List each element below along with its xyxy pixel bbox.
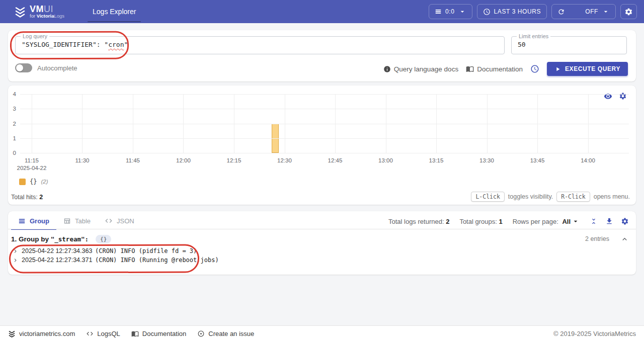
query-docs-label: Query language docs <box>394 65 458 73</box>
group-list-icon <box>18 217 26 225</box>
r-click-key: R-Click <box>556 192 590 202</box>
logo-tagline-bold: Victoria <box>37 13 54 19</box>
y-tick-label: 4 <box>13 91 16 97</box>
legend-hints: L-Click toggles visibility. R-Click open… <box>471 192 630 202</box>
x-tick-label: 13:45 <box>530 157 545 163</box>
group-header: 1. Group by "_stream": {} 2 entries <box>11 233 629 244</box>
limit-entries-input[interactable]: Limit entries 50 <box>511 36 627 54</box>
x-tick-label: 12:15 <box>227 157 242 163</box>
log-message: (CRON) INFO (pidfile fd = 3) <box>95 247 197 254</box>
x-tick-label: 11:30 <box>75 157 90 163</box>
time-range-button[interactable]: LAST 3 HOURS <box>477 4 547 19</box>
global-settings-button[interactable] <box>620 4 637 19</box>
expand-row-chevron-icon <box>12 257 19 264</box>
grid-line-horizontal <box>20 94 629 95</box>
tab-logs-explorer[interactable]: Logs Explorer <box>86 0 143 23</box>
victoriametrics-logo-icon <box>14 6 26 18</box>
logo-tagline-light: Logs <box>54 13 64 19</box>
footer-victoriametrics-link[interactable]: victoriametrics.com <box>8 330 75 337</box>
execute-query-button[interactable]: EXECUTE QUERY <box>547 62 628 76</box>
log-message: (CRON) INFO (Running @reboot jobs) <box>95 257 219 264</box>
app-footer: victoriametrics.com LogsQL Documentation… <box>0 325 644 341</box>
x-tick-label: 12:30 <box>277 157 292 163</box>
info-icon <box>383 65 391 73</box>
collapse-groups-icon[interactable] <box>590 217 598 225</box>
autorefresh-value: OFF <box>585 8 598 15</box>
query-panel: Log query "SYSLOG_IDENTIFIER": "cron" Li… <box>8 30 636 81</box>
documentation-label: Documentation <box>477 65 523 73</box>
y-tick-label: 2 <box>13 121 16 127</box>
y-tick-label: 0 <box>13 150 16 156</box>
autocomplete-toggle[interactable] <box>15 63 32 72</box>
tab-json[interactable]: JSON <box>98 213 141 228</box>
total-hits-value: 2 <box>39 194 43 201</box>
r-click-hint-text: opens menu. <box>594 193 630 200</box>
total-hits: Total hits: 2 <box>11 194 43 201</box>
grid-line-horizontal <box>20 124 629 124</box>
tab-group-label: Group <box>30 217 49 225</box>
results-settings-gear-icon[interactable] <box>621 217 629 225</box>
time-range-label: LAST 3 HOURS <box>494 8 541 15</box>
tenant-selector-button[interactable]: 0:0 <box>429 4 472 19</box>
x-tick-label: 13:15 <box>429 157 444 163</box>
x-tick-label: 14:00 <box>581 157 595 163</box>
play-icon <box>554 66 561 72</box>
x-tick-label: 12:45 <box>328 157 343 163</box>
collapse-group-chevron-up-icon[interactable] <box>620 235 629 243</box>
stream-chip[interactable]: {} <box>96 235 111 243</box>
footer-create-issue-label: Create an issue <box>208 330 254 337</box>
book-icon <box>131 330 139 337</box>
footer-logsql-label: LogsQL <box>97 330 120 337</box>
y-tick-label: 1 <box>13 135 16 141</box>
x-axis-date: 2025-04-22 <box>17 165 47 171</box>
code-icon <box>105 217 113 225</box>
log-row[interactable]: 2025-04-22 12:27:34.371 (CRON) INFO (Run… <box>11 255 629 265</box>
logs-results-panel: Group Table JSON Total logs returned: 2 … <box>8 211 636 275</box>
log-row[interactable]: 2025-04-22 12:27:34.363 (CRON) INFO (pid… <box>11 246 629 255</box>
book-icon <box>466 65 474 73</box>
logo-brand-bold: VM <box>30 4 44 14</box>
grid-line-horizontal <box>20 109 629 109</box>
footer-documentation-link[interactable]: Documentation <box>131 330 186 337</box>
table-icon <box>63 217 71 225</box>
x-tick-label: 11:45 <box>126 157 140 163</box>
y-axis: 43210 <box>8 94 17 153</box>
log-rows: 2025-04-22 12:27:34.363 (CRON) INFO (pid… <box>11 246 629 265</box>
footer-create-issue-link[interactable]: Create an issue <box>197 330 254 337</box>
tenant-value: 0:0 <box>445 8 454 15</box>
vmui-logo[interactable]: VMUI for VictoriaLogs <box>14 5 64 19</box>
view-tabs: Group Table JSON <box>11 213 141 228</box>
footer-logsql-link[interactable]: LogsQL <box>86 330 120 337</box>
legend-item[interactable]: {} (2) <box>19 178 48 185</box>
gear-icon <box>624 8 633 16</box>
l-click-hint-text: toggles visibility. <box>508 193 553 200</box>
download-icon[interactable] <box>605 217 613 225</box>
x-tick-label: 13:30 <box>479 157 494 163</box>
clock-icon <box>483 8 491 16</box>
app-header: VMUI for VictoriaLogs Logs Explorer 0:0 … <box>0 0 644 23</box>
active-tab-indicator <box>88 21 141 22</box>
tab-table[interactable]: Table <box>56 213 98 228</box>
query-language-docs-link[interactable]: Query language docs <box>383 65 458 73</box>
tab-group[interactable]: Group <box>11 213 56 228</box>
limit-entries-label: Limit entries <box>517 33 550 39</box>
logo-text: VMUI for VictoriaLogs <box>30 5 64 19</box>
chevron-down-icon <box>572 217 580 225</box>
documentation-link[interactable]: Documentation <box>466 65 523 73</box>
legend-label: {} <box>30 178 37 185</box>
logo-brand-light: UI <box>44 4 53 14</box>
hits-chart-panel: 43210 11:1511:3011:4512:0012:1512:3012:4… <box>8 86 636 205</box>
x-tick-label: 11:15 <box>25 157 39 163</box>
log-query-label: Log query <box>21 33 49 39</box>
log-query-input[interactable]: Log query "SYSLOG_IDENTIFIER": "cron" <box>15 36 505 54</box>
logs-explorer-app: VMUI for VictoriaLogs Logs Explorer 0:0 … <box>0 0 644 341</box>
group-stream-key: "_stream": <box>51 235 89 243</box>
query-history-clock-icon[interactable] <box>530 64 539 73</box>
footer-documentation-label: Documentation <box>142 330 186 337</box>
l-click-key: L-Click <box>471 192 504 202</box>
autorefresh-button[interactable]: OFF <box>551 4 616 19</box>
x-tick-label: 13:00 <box>378 157 393 163</box>
total-logs-value: 2 <box>446 218 449 225</box>
tab-json-label: JSON <box>117 217 134 225</box>
rows-per-page-select[interactable]: Rows per page: All <box>513 217 580 225</box>
